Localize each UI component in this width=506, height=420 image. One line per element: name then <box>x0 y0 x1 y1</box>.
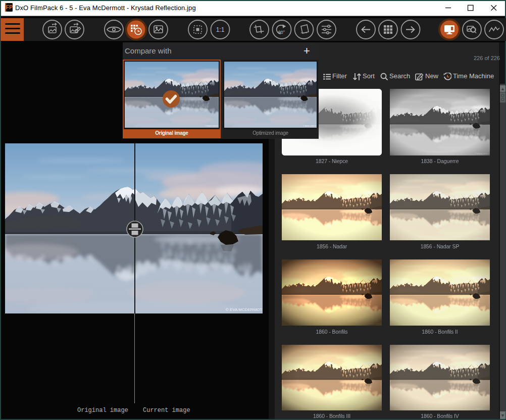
svg-text:1:1: 1:1 <box>216 26 225 33</box>
svg-text:90°: 90° <box>278 30 285 35</box>
